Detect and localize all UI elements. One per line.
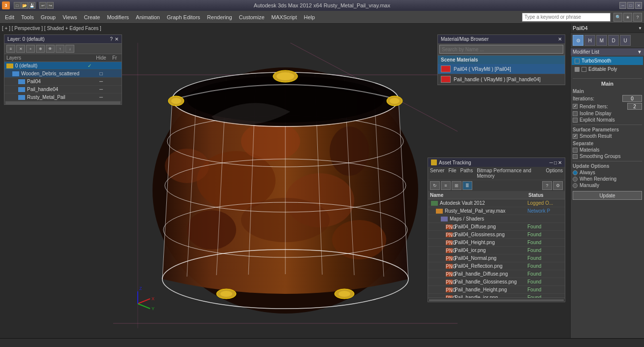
explicit-normals-checkbox[interactable] (573, 118, 578, 123)
redo-icon[interactable]: ↪ (47, 2, 54, 9)
asset-config-btn[interactable]: ⚙ (553, 181, 563, 190)
layer-row-1[interactable]: Wooden_Debris_scattered □ (4, 70, 122, 78)
layer-delete-btn[interactable]: ✕ (16, 45, 25, 53)
menu-edit[interactable]: Edit (2, 13, 17, 21)
asset-row-11[interactable]: PNG Pail_handle_Height.png Found (428, 286, 565, 294)
smooth-result-checkbox[interactable] (573, 134, 578, 139)
asset-icon-3: PNG (446, 224, 453, 229)
iterations-input[interactable] (622, 95, 642, 102)
layers-scrollbar[interactable] (5, 101, 121, 104)
help-icon[interactable]: ? (633, 13, 642, 22)
asset-row-6[interactable]: PNG Pail04_ior.png Found (428, 247, 565, 254)
layers-help-button[interactable]: ? (110, 36, 113, 42)
motion-tab[interactable]: M (596, 35, 607, 46)
layer-select-btn[interactable]: ≡ (6, 45, 15, 53)
asset-list: Autodesk Vault 2012 Logged O... Rusty_Me… (428, 199, 565, 298)
asset-row-8[interactable]: PNG Pail04_Reflection.png Found (428, 262, 565, 270)
layer-row-2[interactable]: Pail04 ─ (4, 78, 122, 86)
close-button[interactable]: ✕ (635, 2, 642, 9)
menu-group[interactable]: Group (38, 13, 59, 21)
layer-freeze-btn[interactable]: ❄ (36, 45, 45, 53)
asset-row-1[interactable]: Rusty_Metal_Pail_vray.max Network P (428, 207, 565, 215)
asset-row-3[interactable]: PNG Pail04_Diffuse.png Found (428, 223, 565, 231)
search-input[interactable] (522, 13, 611, 22)
asset-row-9[interactable]: PNG Pail_handle_Diffuse.png Found (428, 270, 565, 278)
mat-item-pail-handle[interactable]: Pail_handle ( VRayMtl ) [Pail_handle04] (438, 74, 565, 85)
mat-item-pail04[interactable]: Pail04 ( VRayMtl ) [Pail04] (438, 64, 565, 74)
new-file-icon[interactable]: □ (14, 2, 21, 9)
maximize-button[interactable]: □ (627, 2, 634, 9)
layer-move-up-btn[interactable]: ↑ (56, 45, 64, 53)
menu-views[interactable]: Views (60, 13, 80, 21)
mat-browser-search-input[interactable] (439, 45, 563, 54)
utilities-tab[interactable]: U (620, 35, 631, 46)
right-panel: Pail04 ▼ ⚙ H M D U Modifier List ▼ Turbo… (570, 24, 644, 347)
asset-row-7[interactable]: PNG Pail04_Normal.png Found (428, 254, 565, 262)
asset-row-0[interactable]: Autodesk Vault 2012 Logged O... (428, 199, 565, 207)
asset-menu-paths[interactable]: Paths (460, 168, 473, 179)
smoothing-groups-checkbox[interactable] (573, 154, 578, 159)
manually-radio[interactable] (573, 183, 578, 188)
window-controls: ─ □ ✕ (619, 2, 642, 9)
undo-icon[interactable]: ↩ (39, 2, 46, 9)
menu-help[interactable]: Help (301, 13, 318, 21)
asset-menu-bitmap[interactable]: Bitmap Performance and Memory (477, 168, 542, 179)
layer-hide-btn[interactable]: 👁 (46, 45, 55, 53)
mat-browser-close-button[interactable]: ✕ (558, 36, 562, 42)
asset-scroll-track[interactable] (429, 299, 564, 301)
when-rendering-radio[interactable] (573, 177, 578, 182)
asset-menu-file[interactable]: File (448, 168, 456, 179)
mat-name-pail04: Pail04 ( VRayMtl ) [Pail04] (454, 66, 562, 72)
separate-section: Separate (573, 141, 642, 146)
menu-modifiers[interactable]: Modifiers (104, 13, 132, 21)
asset-close-button[interactable]: ✕ (558, 160, 562, 165)
search-button[interactable]: 🔍 (613, 13, 622, 22)
asset-max-button[interactable]: □ (554, 160, 557, 165)
asset-min-button[interactable]: ─ (550, 160, 553, 165)
menu-tools[interactable]: Tools (18, 13, 37, 21)
materials-checkbox[interactable] (573, 148, 578, 153)
menu-maxscript[interactable]: MAXScript (269, 13, 300, 21)
asset-row-4[interactable]: PNG Pail04_Glossiness.png Found (428, 231, 565, 239)
asset-list-btn[interactable]: ≡ (441, 181, 451, 190)
asset-refresh-btn[interactable]: ↻ (430, 181, 440, 190)
display-tab[interactable]: D (608, 35, 619, 46)
layers-close-button[interactable]: ✕ (115, 36, 119, 42)
layer-row-0[interactable]: 0 (default) ✓ (4, 62, 122, 70)
editable-poly-modifier[interactable]: Editable Poly (572, 65, 643, 73)
menu-rendering[interactable]: Rendering (204, 13, 235, 21)
update-button[interactable]: Update (573, 191, 642, 200)
open-file-icon[interactable]: 📂 (21, 2, 28, 9)
turbosmooth-modifier[interactable]: TurboSmooth (572, 57, 643, 65)
save-file-icon[interactable]: 💾 (29, 2, 35, 9)
turbosmooth-checkbox[interactable] (575, 59, 580, 63)
layer-move-down-btn[interactable]: ↓ (65, 45, 74, 53)
editable-poly-checkbox[interactable] (582, 67, 586, 72)
asset-row-10[interactable]: PNG Pail_handle_Glossiness.png Found (428, 278, 565, 286)
menu-customize[interactable]: Customize (236, 13, 268, 21)
layer-row-4[interactable]: Rusty_Metal_Pail ─ (4, 94, 122, 101)
asset-help-btn[interactable]: ? (542, 181, 552, 190)
render-iters-checkbox[interactable] (573, 104, 578, 109)
menu-graph-editors[interactable]: Graph Editors (164, 13, 203, 21)
minimize-button[interactable]: ─ (619, 2, 626, 9)
menu-animation[interactable]: Animation (133, 13, 163, 21)
isoline-checkbox[interactable] (573, 111, 578, 116)
svg-line-41 (138, 304, 150, 309)
layer-add-btn[interactable]: + (26, 45, 35, 53)
render-iters-input[interactable] (627, 103, 642, 110)
menu-create[interactable]: Create (81, 13, 103, 21)
layer-row-3[interactable]: Pail_handle04 ─ (4, 86, 122, 94)
asset-row-2[interactable]: Maps / Shaders (428, 215, 565, 223)
asset-scrollbar (428, 298, 565, 302)
asset-row-5[interactable]: PNG Pail04_Height.png Found (428, 239, 565, 247)
bookmark-icon[interactable]: ★ (623, 13, 632, 22)
always-radio[interactable] (573, 170, 578, 175)
asset-menu-options[interactable]: Options (546, 168, 563, 179)
asset-menu-server[interactable]: Server (430, 168, 444, 179)
asset-row-12[interactable]: PNG Pail_handle_ior.png Found (428, 294, 565, 298)
modify-tab[interactable]: ⚙ (573, 35, 583, 46)
asset-grid-btn[interactable]: ⊞ (452, 181, 461, 190)
hierarchy-tab[interactable]: H (584, 35, 595, 46)
asset-detail-btn[interactable]: ≣ (462, 181, 472, 190)
